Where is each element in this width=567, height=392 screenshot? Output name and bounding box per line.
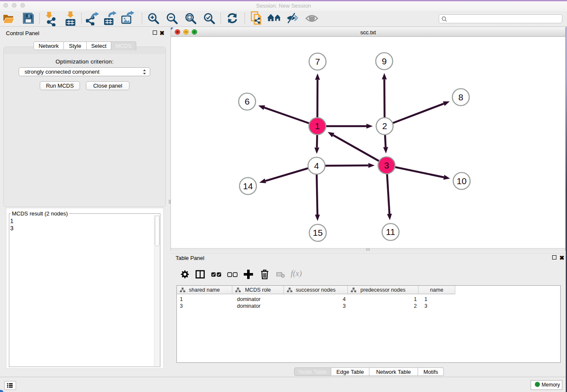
svg-text:15: 15 <box>313 228 322 237</box>
svg-text:1: 1 <box>315 121 320 131</box>
svg-text:9: 9 <box>382 56 387 66</box>
svg-text:8: 8 <box>458 92 463 102</box>
svg-text:10: 10 <box>457 176 466 186</box>
svg-text:11: 11 <box>386 227 395 237</box>
svg-text:3: 3 <box>384 160 389 170</box>
svg-text:6: 6 <box>245 97 250 106</box>
svg-text:4: 4 <box>314 161 319 171</box>
svg-text:2: 2 <box>382 121 387 131</box>
svg-text:7: 7 <box>315 57 320 66</box>
svg-text:14: 14 <box>243 181 253 191</box>
